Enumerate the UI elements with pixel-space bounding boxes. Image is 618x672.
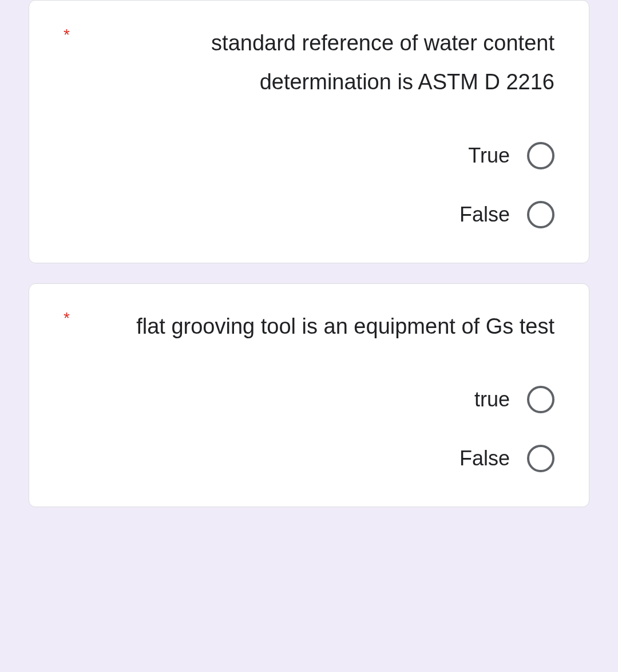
question-text: flat grooving tool is an equipment of Gs… xyxy=(87,307,554,346)
option-label: True xyxy=(468,144,510,168)
option-label: False xyxy=(459,203,510,227)
radio-unchecked-icon[interactable] xyxy=(527,386,554,413)
option-row[interactable]: False xyxy=(64,201,554,228)
option-row[interactable]: False xyxy=(64,445,554,472)
radio-unchecked-icon[interactable] xyxy=(527,201,554,228)
question-text: standard reference of water content dete… xyxy=(87,23,554,102)
question-header: * standard reference of water content de… xyxy=(64,23,554,102)
question-card: * flat grooving tool is an equipment of … xyxy=(29,283,589,507)
question-header: * flat grooving tool is an equipment of … xyxy=(64,307,554,346)
radio-unchecked-icon[interactable] xyxy=(527,445,554,472)
option-row[interactable]: True xyxy=(64,142,554,169)
option-row[interactable]: true xyxy=(64,386,554,413)
question-card: * standard reference of water content de… xyxy=(29,0,589,263)
required-indicator: * xyxy=(64,307,70,329)
required-indicator: * xyxy=(64,23,70,46)
radio-unchecked-icon[interactable] xyxy=(527,142,554,169)
options-container: True False xyxy=(64,142,554,228)
options-container: true False xyxy=(64,386,554,472)
option-label: False xyxy=(459,446,510,471)
option-label: true xyxy=(474,388,510,412)
